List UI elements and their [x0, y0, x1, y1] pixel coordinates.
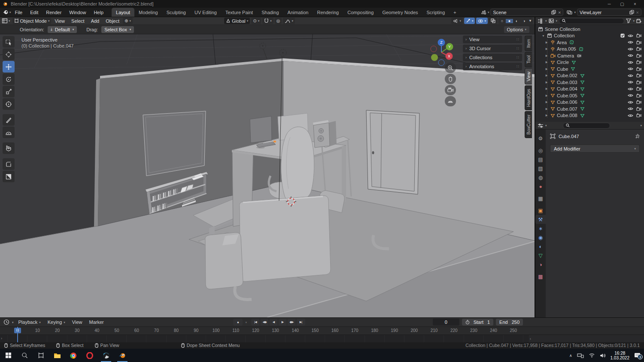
disclosure-triangle-icon[interactable]: ▶	[545, 94, 549, 97]
mesh-data-icon[interactable]	[580, 113, 585, 118]
play-reverse-button[interactable]: ◀	[269, 319, 278, 326]
frame-tick[interactable]: 210	[424, 327, 444, 335]
disclosure-triangle-icon[interactable]: ▶	[545, 41, 549, 44]
select-box-tool[interactable]	[3, 36, 15, 48]
frame-tick[interactable]: 90	[186, 327, 206, 335]
whiteboard[interactable]	[143, 111, 206, 176]
light-data-icon[interactable]	[569, 40, 574, 45]
proportional-editing-toggle[interactable]: ◎	[275, 18, 282, 24]
camera-toggle-icon[interactable]	[636, 87, 641, 91]
mesh-data-icon[interactable]	[580, 80, 585, 84]
eye-icon[interactable]	[628, 54, 633, 57]
ortho-toggle-button[interactable]	[445, 96, 456, 106]
chevron-down-icon[interactable]: ▾	[574, 11, 576, 14]
prev-keyframe-button[interactable]: ◀◆	[260, 319, 269, 326]
next-keyframe-button[interactable]: ◆▶	[287, 319, 296, 326]
frame-tick[interactable]: 180	[365, 327, 384, 335]
shading-rendered-button[interactable]: ◑	[520, 19, 528, 23]
camera-toggle-icon[interactable]	[636, 54, 641, 58]
viewport-menu-item[interactable]: View	[52, 18, 68, 24]
eye-icon[interactable]	[628, 47, 633, 51]
panel-grip-icon[interactable]: ∷	[516, 64, 519, 69]
sidebar-tab[interactable]: View	[525, 68, 532, 85]
disclosure-triangle-icon[interactable]: ▶	[545, 81, 549, 84]
blender-taskbar-icon[interactable]	[114, 349, 131, 362]
camera-data-icon[interactable]	[577, 54, 582, 58]
camera-toggle-icon[interactable]	[636, 107, 641, 111]
viewport-menu-item[interactable]: Select	[68, 18, 88, 24]
pivot-point-dropdown[interactable]: ⊙▾	[251, 18, 261, 24]
frame-tick[interactable]: 30	[67, 327, 87, 335]
frame-tick[interactable]: 20	[47, 327, 67, 335]
chevron-down-icon[interactable]: ▾	[9, 19, 10, 22]
cursor-tool[interactable]	[3, 48, 15, 60]
panel-grip-icon[interactable]: ∷	[516, 46, 519, 51]
measure-tool[interactable]	[3, 127, 15, 138]
frame-tick[interactable]: 170	[345, 327, 365, 335]
eye-icon[interactable]	[628, 107, 633, 111]
chevron-down-icon[interactable]: ▾	[633, 19, 635, 22]
mesh-data-icon[interactable]	[580, 73, 585, 78]
outliner-filter-id-icon[interactable]	[549, 18, 554, 23]
properties-search-input[interactable]	[563, 123, 610, 129]
dope-sheet-strip[interactable]: › ‹	[0, 335, 644, 342]
channel-expand-icon[interactable]: ›	[1, 336, 2, 341]
frame-tick[interactable]: 250	[504, 327, 523, 335]
opera-icon[interactable]	[82, 349, 98, 362]
eye-icon[interactable]	[628, 67, 633, 71]
tray-expand-icon[interactable]: ∧	[569, 353, 572, 358]
timeline-menu[interactable]: View	[70, 320, 85, 325]
app-icon-dark[interactable]	[98, 349, 114, 362]
outliner-object-row[interactable]: ▶ Camera	[535, 52, 644, 59]
task-view-button[interactable]	[33, 349, 49, 362]
camera-toggle-icon[interactable]	[636, 47, 641, 51]
current-frame-field[interactable]: 0	[433, 319, 459, 326]
new-collection-icon[interactable]	[636, 18, 642, 24]
frame-tick[interactable]: 70	[146, 327, 166, 335]
keying-options-dropdown[interactable]: ▾	[245, 321, 247, 324]
mesh-data-icon[interactable]	[580, 106, 585, 111]
disclosure-triangle-icon[interactable]: ▶	[545, 107, 549, 111]
rotate-tool[interactable]	[3, 73, 15, 85]
outliner-search-input[interactable]	[559, 18, 624, 24]
chevron-down-icon[interactable]: ▾	[12, 321, 14, 324]
shading-solid-button[interactable]: ●	[506, 19, 513, 23]
taskbar-clock[interactable]: 16:28 1.03.2022	[611, 351, 630, 360]
frame-tick[interactable]: 230	[464, 327, 483, 335]
shading-dropdown[interactable]: ▾	[528, 19, 533, 23]
chevron-down-icon[interactable]: ▾	[545, 124, 547, 127]
frame-tick[interactable]: 220	[444, 327, 464, 335]
axis-z-neg-handle[interactable]	[438, 60, 444, 66]
start-frame-field[interactable]: Start 1	[462, 319, 493, 326]
minimize-button[interactable]: ─	[603, 2, 616, 6]
disclosure-triangle-icon[interactable]: ▶	[545, 67, 549, 71]
workspace-tab[interactable]: UV Editing	[190, 8, 221, 17]
outliner-object-row[interactable]: ▶ Cube.007	[535, 106, 644, 112]
mode-dropdown[interactable]: Object Mode ▾	[12, 18, 52, 24]
outliner-object-row[interactable]: ▶ Circle	[535, 59, 644, 66]
sidebar-tab[interactable]: Item	[525, 36, 532, 51]
exclude-checkbox[interactable]	[620, 33, 625, 38]
sidebar-tab[interactable]: Tool	[525, 52, 532, 67]
xray-toggle[interactable]	[489, 18, 497, 24]
camera-toggle-icon[interactable]	[636, 113, 641, 118]
properties-tab-object[interactable]: ▣	[535, 206, 546, 215]
properties-tab-collection[interactable]: ▦	[535, 194, 546, 203]
properties-tab-material[interactable]: ◑	[535, 260, 546, 269]
new-viewlayer-icon[interactable]	[629, 10, 634, 15]
maximize-button[interactable]: ▢	[616, 2, 629, 6]
eye-icon[interactable]	[628, 87, 633, 91]
frame-tick[interactable]: 50	[107, 327, 127, 335]
unlink-scene-icon[interactable]: ×	[558, 10, 561, 15]
transform-tool[interactable]	[3, 98, 15, 110]
shading-wireframe-button[interactable]: ○	[498, 19, 506, 23]
disclosure-triangle-icon[interactable]: ▶	[545, 87, 549, 90]
disclosure-triangle-icon[interactable]: ▶	[545, 100, 549, 104]
outliner-scene-collection-row[interactable]: Scene Collection	[535, 26, 644, 33]
frame-tick[interactable]: 140	[286, 327, 305, 335]
mesh-data-icon[interactable]	[580, 87, 585, 91]
mesh-data-icon[interactable]	[580, 100, 585, 105]
wifi-icon[interactable]	[589, 353, 595, 358]
properties-tab-scene[interactable]: ◍	[535, 173, 546, 182]
camera-toggle-icon[interactable]	[636, 33, 641, 38]
